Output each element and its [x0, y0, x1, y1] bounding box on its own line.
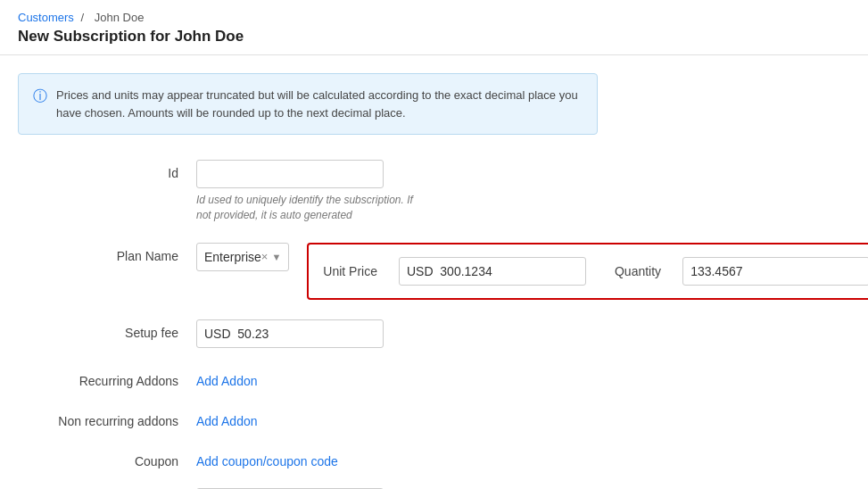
plan-name-clear-icon[interactable]: ×	[261, 250, 269, 263]
breadcrumb-current: John Doe	[95, 11, 145, 24]
plan-name-field: Enterprise × ▼ Unit Price Quantity	[196, 243, 660, 300]
unit-price-quantity-box: Unit Price Quantity	[307, 243, 868, 300]
non-recurring-addons-link[interactable]: Add Addon	[196, 408, 258, 428]
info-icon: ⓘ	[33, 87, 47, 106]
breadcrumb: Customers / John Doe	[18, 11, 850, 24]
recurring-addons-link[interactable]: Add Addon	[196, 368, 258, 388]
breadcrumb-separator: /	[80, 11, 84, 24]
unit-price-label: Unit Price	[323, 264, 377, 278]
coupon-field: Add coupon/coupon code	[196, 448, 660, 468]
info-text: Prices and units may appear truncated bu…	[56, 87, 583, 121]
recurring-addons-label: Recurring Addons	[27, 368, 196, 388]
recurring-addons-row: Recurring Addons Add Addon	[27, 368, 850, 388]
coupon-label: Coupon	[27, 448, 196, 468]
unit-price-input[interactable]	[399, 257, 586, 286]
plan-name-value: Enterprise	[204, 250, 261, 264]
non-recurring-addons-label: Non recurring addons	[27, 408, 196, 428]
non-recurring-addons-field: Add Addon	[196, 408, 660, 428]
quantity-input[interactable]	[682, 257, 868, 286]
id-hint: Id used to uniquely identify the subscri…	[196, 193, 428, 223]
page-title: New Subscription for John Doe	[18, 28, 850, 46]
setup-fee-row: Setup fee	[27, 319, 850, 348]
setup-fee-field	[196, 319, 660, 348]
coupon-row: Coupon Add coupon/coupon code	[27, 448, 850, 468]
id-label: Id	[27, 160, 196, 180]
coupon-link[interactable]: Add coupon/coupon code	[196, 448, 338, 468]
subscription-form: Id Id used to uniquely identify the subs…	[18, 160, 850, 489]
setup-fee-input[interactable]	[196, 319, 384, 348]
plan-name-select[interactable]: Enterprise × ▼	[196, 243, 289, 271]
setup-fee-label: Setup fee	[27, 319, 196, 340]
header: Customers / John Doe New Subscription fo…	[0, 0, 868, 55]
info-box: ⓘ Prices and units may appear truncated …	[18, 73, 598, 135]
recurring-addons-field: Add Addon	[196, 368, 660, 388]
id-field: Id used to uniquely identify the subscri…	[196, 160, 660, 223]
non-recurring-addons-row: Non recurring addons Add Addon	[27, 408, 850, 428]
plan-name-row: Plan Name Enterprise × ▼ Unit Price Quan…	[27, 243, 850, 300]
id-input[interactable]	[196, 160, 384, 188]
plan-name-dropdown-icon[interactable]: ▼	[271, 252, 281, 262]
quantity-label: Quantity	[615, 264, 661, 278]
plan-name-label: Plan Name	[27, 243, 196, 263]
id-row: Id Id used to uniquely identify the subs…	[27, 160, 850, 223]
breadcrumb-customers-link[interactable]: Customers	[18, 11, 74, 24]
